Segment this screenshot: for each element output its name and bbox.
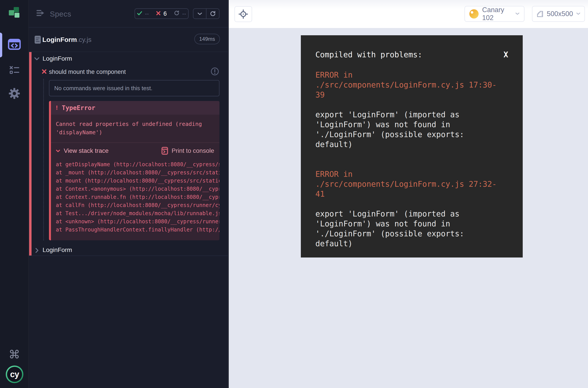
stack-trace-line: at callFn (http://localhost:8080/__cypre… [56,201,219,209]
failed-x-icon [41,69,47,75]
stack-trace-line: at mount (http://localhost:8080/__cypres… [56,177,219,185]
icon-sidebar: ⌘ cy [0,0,29,388]
suite-row-loginform[interactable]: LoginForm [29,54,228,65]
no-commands-note: No commands were issued in this test. [49,80,219,96]
chevron-down-icon [515,12,520,16]
chevron-right-icon [35,248,39,254]
reporter-actions [193,8,219,19]
spec-file-name: LoginForm.cy.js [42,36,92,44]
runs-nav-list-icon[interactable] [0,66,29,74]
spec-file-icon [34,35,41,45]
command-log-indent-line [43,79,44,240]
stack-trace-line: at Context.runnable.fn (http://localhost… [56,193,219,201]
cypress-cy-badge-icon[interactable]: cy [6,365,23,383]
test-stats: -- 6 -- [134,8,189,19]
selector-playground-button[interactable] [234,6,252,22]
overlay-header: Compiled with problems: X [315,50,508,60]
compile-error-block: ERROR in ./src/components/LoginForm.cy.j… [315,70,503,149]
error-detail: export 'LoginForm' (imported as 'LoginFo… [315,209,503,249]
specs-header: Specs [36,9,71,19]
failed-test-row[interactable]: should mount the component [29,66,228,78]
failed-x-icon [156,10,161,17]
error-name: TypeError [62,104,95,112]
specs-title-label: Specs [50,10,71,18]
reporter-bottom-divider [29,256,228,256]
viewport-size: 500x500 [547,10,573,18]
spec-duration-badge: 149ms [194,34,220,44]
collapsed-suite-row-loginform[interactable]: LoginForm [29,246,228,256]
specs-toggle-icon[interactable] [36,9,46,19]
error-header: ! TypeError [51,101,219,115]
suite-title: LoginForm [43,246,72,254]
error-location: ERROR in ./src/components/LoginForm.cy.j… [315,169,503,199]
stack-trace-line: at PassThroughHandlerContext.finallyHand… [56,226,219,234]
test-error-panel: ! TypeError Cannot read properties of un… [49,101,219,240]
error-location: ERROR in ./src/components/LoginForm.cy.j… [315,70,503,100]
refresh-icon [210,11,216,17]
stack-trace-line: at Test.../driver/node_modules/mocha/lib… [56,209,219,218]
browser-select-dropdown[interactable]: Canary 102 [464,6,524,22]
specs-nav-code-window-icon[interactable] [0,39,29,50]
browser-name: Canary 102 [482,6,512,22]
chevron-down-icon [56,149,60,152]
stack-trace-line: at <unknown> (http://localhost:8080/__cy… [56,218,219,226]
pending-count: -- [182,10,186,17]
overlay-error-list: ERROR in ./src/components/LoginForm.cy.j… [315,70,508,249]
spec-file-ext: .cy.js [77,36,92,43]
stack-trace-line: at getDisplayName (http://localhost:8080… [56,161,219,169]
stage-topbar: Canary 102 500x500 [229,0,588,28]
overlay-title: Compiled with problems: [315,50,422,60]
cy-badge-text: cy [7,367,22,382]
collapse-all-button[interactable] [193,9,206,19]
reporter-panel: Specs -- 6 [29,0,228,388]
passed-check-icon [137,10,142,17]
terminal-icon [161,147,168,155]
chevron-down-icon [197,12,202,15]
print-to-console-button[interactable]: Print to console [161,147,214,155]
webpack-error-overlay: Compiled with problems: X ERROR in ./src… [301,35,523,258]
stack-trace-line: at _mount (http://localhost:8080/__cypre… [56,169,219,177]
chevron-down-icon [34,57,39,61]
aut-stage: Canary 102 500x500 [229,0,588,388]
keyboard-shortcuts-command-icon[interactable]: ⌘ [0,348,29,361]
chevron-down-icon [576,12,581,16]
ruler-icon [537,10,544,18]
failed-count: 6 [163,10,167,17]
error-message: Cannot read properties of undefined (rea… [51,115,219,143]
failed-test-indicator-strip [29,52,31,256]
rerun-tests-button[interactable] [206,9,219,19]
pending-refresh-icon [174,10,179,17]
settings-gear-icon[interactable] [0,88,29,99]
cypress-app: ⌘ cy Specs [0,0,588,388]
viewport-size-dropdown[interactable]: 500x500 [532,6,585,22]
error-bang: ! [56,104,58,111]
chrome-canary-icon [469,9,479,19]
stack-trace-line: at Context.<anonymous> (http://localhost… [56,185,219,193]
spec-file-row: LoginForm.cy.js 149ms [29,28,228,52]
crosshair-icon [239,9,248,19]
view-stack-trace-toggle[interactable]: View stack trace [56,147,108,154]
suite-title: LoginForm [43,55,72,62]
test-title: should mount the component [49,69,126,75]
passed-count: -- [145,10,149,17]
error-bang-circle-icon [210,67,219,77]
reporter-header: Specs -- 6 [29,0,228,27]
cypress-logo-icon [0,7,29,19]
stack-trace-list: at getDisplayName (http://localhost:8080… [51,158,219,234]
error-detail: export 'LoginForm' (imported as 'LoginFo… [315,110,503,149]
overlay-close-button[interactable]: X [504,50,508,60]
stack-trace-controls: View stack trace Print to console [51,144,219,158]
compile-error-block: ERROR in ./src/components/LoginForm.cy.j… [315,169,503,249]
